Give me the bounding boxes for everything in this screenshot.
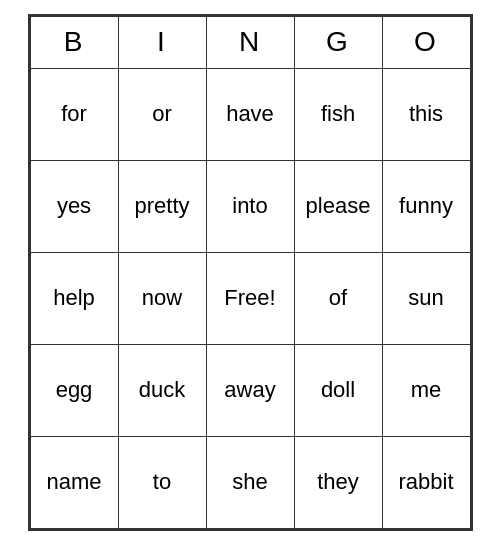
header-col-g: G — [294, 16, 382, 68]
bingo-row-0: fororhavefishthis — [30, 68, 470, 160]
bingo-card: BINGO fororhavefishthisyesprettyintoplea… — [28, 14, 473, 531]
bingo-row-3: eggduckawaydollme — [30, 344, 470, 436]
bingo-cell-4-4: rabbit — [382, 436, 470, 528]
bingo-row-2: helpnowFree!ofsun — [30, 252, 470, 344]
header-col-b: B — [30, 16, 118, 68]
bingo-table: BINGO fororhavefishthisyesprettyintoplea… — [30, 16, 471, 529]
bingo-cell-2-0: help — [30, 252, 118, 344]
bingo-header-row: BINGO — [30, 16, 470, 68]
bingo-cell-2-4: sun — [382, 252, 470, 344]
bingo-cell-0-3: fish — [294, 68, 382, 160]
bingo-cell-1-0: yes — [30, 160, 118, 252]
bingo-cell-0-4: this — [382, 68, 470, 160]
bingo-cell-3-1: duck — [118, 344, 206, 436]
header-col-i: I — [118, 16, 206, 68]
bingo-cell-2-1: now — [118, 252, 206, 344]
bingo-cell-2-2: Free! — [206, 252, 294, 344]
bingo-cell-3-0: egg — [30, 344, 118, 436]
bingo-row-1: yesprettyintopleasefunny — [30, 160, 470, 252]
bingo-cell-0-2: have — [206, 68, 294, 160]
bingo-cell-4-2: she — [206, 436, 294, 528]
header-col-o: O — [382, 16, 470, 68]
bingo-cell-0-1: or — [118, 68, 206, 160]
bingo-cell-2-3: of — [294, 252, 382, 344]
bingo-cell-4-3: they — [294, 436, 382, 528]
bingo-cell-1-3: please — [294, 160, 382, 252]
bingo-cell-3-3: doll — [294, 344, 382, 436]
bingo-cell-1-2: into — [206, 160, 294, 252]
bingo-cell-0-0: for — [30, 68, 118, 160]
bingo-row-4: nametoshetheyrabbit — [30, 436, 470, 528]
bingo-cell-3-4: me — [382, 344, 470, 436]
bingo-cell-1-1: pretty — [118, 160, 206, 252]
header-col-n: N — [206, 16, 294, 68]
bingo-cell-4-0: name — [30, 436, 118, 528]
bingo-cell-3-2: away — [206, 344, 294, 436]
bingo-cell-4-1: to — [118, 436, 206, 528]
bingo-cell-1-4: funny — [382, 160, 470, 252]
